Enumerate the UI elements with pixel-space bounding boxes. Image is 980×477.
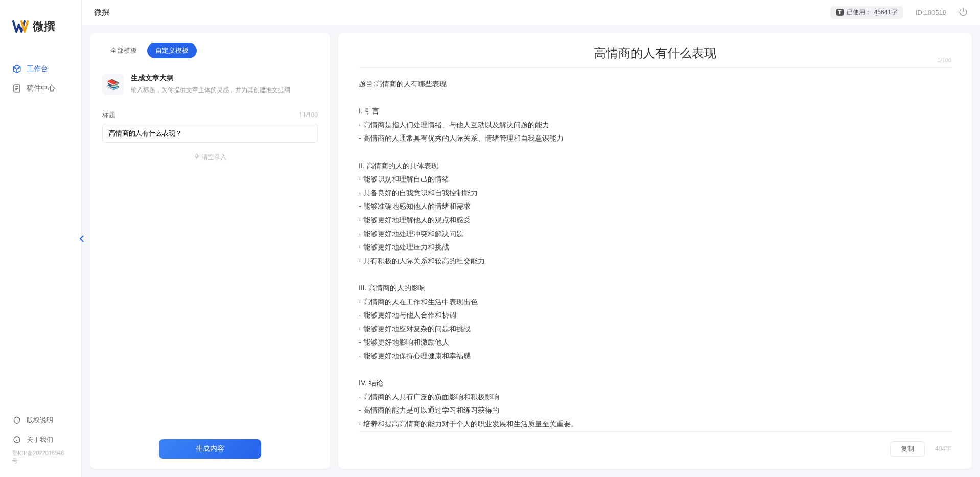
main-nav: 工作台 稿件中心	[0, 47, 81, 411]
topbar: 微撰 已使用：45641字 ID:100519	[82, 0, 980, 25]
shield-icon	[12, 416, 21, 425]
output-title: 高情商的人有什么表现	[594, 45, 716, 61]
books-icon: 📚	[102, 74, 124, 95]
cube-icon	[12, 64, 21, 74]
sidebar: 微撰 工作台 稿件中心	[0, 0, 82, 477]
nav-label: 稿件中心	[27, 84, 55, 93]
title-char-count: 11/100	[299, 111, 318, 119]
icp-text: 鄂ICP备2022016946号	[0, 449, 81, 469]
power-icon[interactable]	[959, 7, 968, 18]
title-label: 标题	[102, 110, 115, 120]
template-card: 📚 生成文章大纲 输入标题，为你提供文章主体的灵感，并为其创建推文提纲	[102, 69, 318, 104]
nav-item-about[interactable]: 关于我们	[0, 430, 81, 449]
tab-all-templates[interactable]: 全部模板	[102, 43, 145, 58]
copy-button[interactable]: 复制	[890, 441, 925, 457]
output-panel: 高情商的人有什么表现 0/100 题目:高情商的人有哪些表现 I. 引言 - 高…	[338, 33, 972, 469]
generate-button[interactable]: 生成内容	[159, 439, 261, 459]
info-icon	[12, 435, 21, 444]
output-body[interactable]: 题目:高情商的人有哪些表现 I. 引言 - 高情商是指人们处理情绪、与他人互动以…	[359, 77, 951, 431]
voice-hint-text: 请空录入	[202, 153, 226, 162]
logo-icon	[12, 18, 29, 35]
sidebar-collapse-toggle[interactable]	[78, 233, 86, 245]
usage-badge[interactable]: 已使用：45641字	[830, 6, 903, 19]
usage-value: 45641字	[874, 8, 897, 17]
config-panel: 全部模板 自定义模板 📚 生成文章大纲 输入标题，为你提供文章主体的灵感，并为其…	[90, 33, 330, 469]
usage-label: 已使用：	[847, 8, 871, 17]
title-input[interactable]	[102, 124, 318, 143]
page-title: 微撰	[94, 8, 109, 17]
logo[interactable]: 微撰	[0, 0, 81, 47]
word-count: 404字	[935, 445, 951, 453]
template-desc: 输入标题，为你提供文章主体的灵感，并为其创建推文提纲	[131, 86, 318, 95]
nav-item-workspace[interactable]: 工作台	[0, 59, 81, 79]
nav-item-drafts[interactable]: 稿件中心	[0, 79, 81, 98]
microphone-icon	[194, 153, 200, 161]
template-title: 生成文章大纲	[131, 74, 318, 83]
logo-text: 微撰	[33, 19, 55, 34]
document-icon	[12, 84, 21, 93]
nav-label: 版权说明	[27, 416, 53, 425]
nav-item-copyright[interactable]: 版权说明	[0, 411, 81, 430]
tab-custom-templates[interactable]: 自定义模板	[147, 43, 197, 58]
template-tabs: 全部模板 自定义模板	[102, 43, 318, 58]
output-top-count: 0/100	[937, 57, 951, 63]
nav-label: 工作台	[27, 64, 48, 74]
user-id: ID:100519	[916, 9, 946, 16]
voice-input-button[interactable]: 请空录入	[102, 153, 318, 162]
svg-rect-8	[196, 154, 198, 157]
nav-bottom: 版权说明 关于我们 鄂ICP备2022016946号	[0, 411, 81, 477]
nav-label: 关于我们	[27, 435, 53, 444]
